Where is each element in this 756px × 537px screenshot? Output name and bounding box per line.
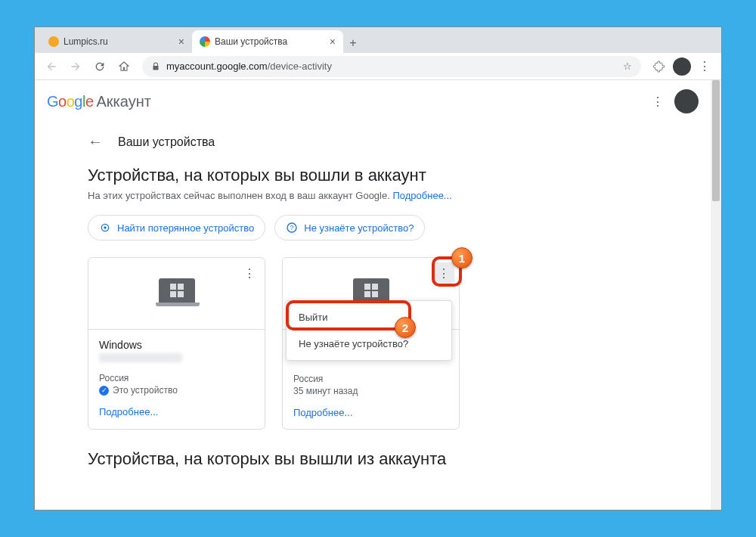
annotation-badge-1: 1 — [451, 247, 472, 268]
tab-title: Lumpics.ru — [64, 36, 174, 47]
device-name: Windows — [99, 339, 254, 351]
laptop-icon — [156, 278, 198, 309]
tabstrip: Lumpics.ru × Ваши устройства × + — [35, 27, 721, 53]
tab-close-icon[interactable]: × — [178, 36, 184, 48]
page-header: Google Аккаунт ⋮ — [35, 80, 711, 123]
section-subtitle: На этих устройствах сейчас выполнен вход… — [88, 190, 658, 201]
svg-text:?: ? — [290, 224, 294, 231]
subheader-title: Ваши устройства — [118, 135, 215, 149]
browser-menu-button[interactable]: ⋮ — [694, 56, 715, 77]
find-device-chip[interactable]: Найти потерянное устройство — [88, 215, 265, 241]
subheader: ← Ваши устройства — [35, 123, 711, 158]
chip-label: Не узнаёте устройство? — [304, 222, 414, 234]
profile-avatar[interactable] — [673, 57, 691, 76]
bookmark-star-icon[interactable]: ☆ — [623, 61, 632, 72]
tab-close-icon[interactable]: × — [330, 36, 336, 48]
section-title: Устройства, на которых вы вошли в аккаун… — [88, 166, 658, 185]
tab-title: Ваши устройства — [215, 36, 325, 47]
nav-back-button[interactable] — [41, 56, 62, 77]
page-content: Google Аккаунт ⋮ ← Ваши устройства Устро… — [35, 80, 711, 510]
device-cards: ⋮ Windows Россия ✓ Э — [88, 257, 658, 430]
scrollbar-thumb[interactable] — [712, 80, 720, 201]
nav-home-button[interactable] — [113, 56, 135, 77]
device-more-link[interactable]: Подробнее... — [293, 407, 448, 418]
new-tab-button[interactable]: + — [343, 33, 363, 53]
chrome-window: Lumpics.ru × Ваши устройства × + myaccou… — [34, 26, 722, 511]
header-avatar[interactable] — [674, 89, 699, 113]
menu-item-signout[interactable]: Выйти — [287, 304, 451, 331]
device-subtitle-redacted — [99, 353, 182, 362]
device-time: 35 минут назад — [293, 386, 448, 396]
device-location: Россия — [293, 374, 448, 384]
nav-reload-button[interactable] — [89, 56, 110, 77]
nav-forward-button[interactable] — [65, 56, 86, 77]
tab-lumpics[interactable]: Lumpics.ru × — [41, 30, 192, 53]
unknown-device-chip[interactable]: ? Не узнаёте устройство? — [274, 215, 425, 241]
address-bar[interactable]: myaccount.google.com/device-activity ☆ — [142, 56, 641, 77]
lock-icon — [151, 62, 160, 71]
device-location: Россия — [99, 373, 254, 383]
check-icon: ✓ — [99, 386, 109, 396]
device-more-link[interactable]: Подробнее... — [99, 406, 254, 417]
device-card: ⋮ Windows Россия ✓ Э — [88, 257, 265, 430]
extensions-icon[interactable] — [649, 56, 670, 77]
section2-title: Устройства, на которых вы вышли из аккау… — [88, 449, 658, 469]
device-card: ⋮ Windows DESKTOP-F1B2G12 Россия 35 мину… — [282, 257, 460, 430]
vertical-scrollbar[interactable] — [711, 80, 721, 510]
url-text: myaccount.google.com/device-activity — [166, 61, 332, 72]
chip-label: Найти потерянное устройство — [117, 222, 254, 234]
header-menu-icon[interactable]: ⋮ — [652, 95, 664, 109]
overflow-menu: Выйти Не узнаёте устройство? — [286, 300, 452, 361]
annotation-badge-2: 2 — [395, 317, 416, 338]
help-icon: ? — [286, 222, 298, 234]
browser-toolbar: myaccount.google.com/device-activity ☆ ⋮ — [35, 53, 721, 80]
svg-point-5 — [104, 226, 106, 228]
chip-row: Найти потерянное устройство ? Не узнаёте… — [88, 215, 658, 241]
menu-item-unknown[interactable]: Не узнаёте устройство? — [287, 331, 451, 357]
tab-devices[interactable]: Ваши устройства × — [192, 30, 343, 53]
favicon-google — [200, 36, 210, 47]
google-logo: Google — [47, 93, 94, 110]
target-icon — [99, 222, 111, 234]
back-arrow-icon[interactable]: ← — [88, 133, 103, 151]
account-word: Аккаунт — [97, 93, 151, 110]
this-device-badge: ✓ Это устройство — [99, 385, 254, 396]
card-overflow-button[interactable]: ⋮ — [239, 262, 260, 284]
learn-more-link[interactable]: Подробнее... — [392, 190, 451, 201]
favicon-lumpics — [48, 36, 59, 47]
card-overflow-button[interactable]: ⋮ — [433, 262, 454, 284]
